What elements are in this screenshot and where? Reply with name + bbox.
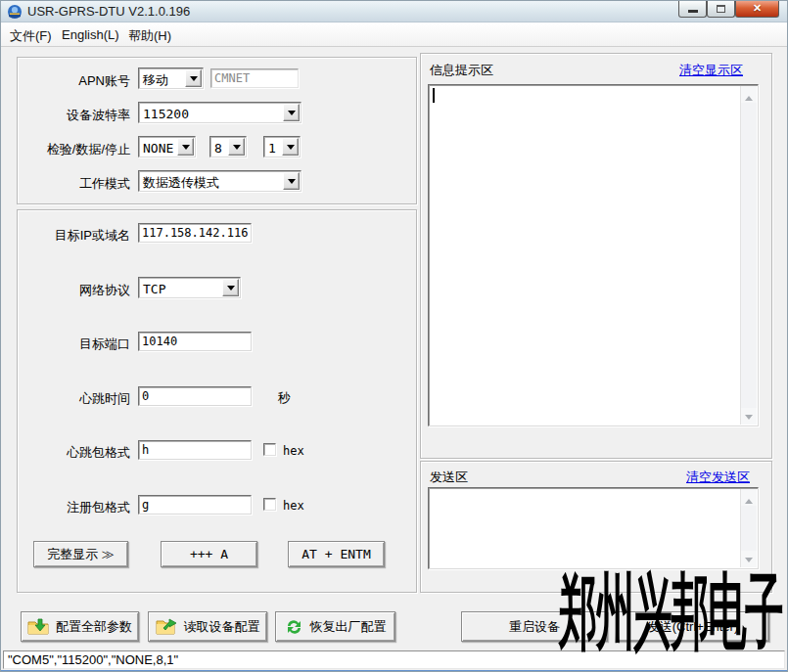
stopbits-select-drop-button[interactable] <box>282 138 299 156</box>
menu-bar: 文件(F) English(L) 帮助(H) <box>1 22 787 47</box>
apn-select-value: 移动 <box>143 71 168 89</box>
parity-select[interactable]: NONE <box>138 136 196 157</box>
stopbits-select[interactable]: 1 <box>263 136 301 157</box>
target-port-label: 目标端口 <box>21 336 130 353</box>
workmode-select[interactable]: 数据透传模式 <box>138 170 301 192</box>
chevron-down-icon <box>233 145 241 154</box>
maximize-icon <box>717 5 725 13</box>
databits-select-value: 8 <box>214 141 222 156</box>
databits-select[interactable]: 8 <box>209 136 247 157</box>
watermark-text: 郑州兴邦电子 <box>559 570 782 652</box>
send-scrollbar[interactable] <box>740 489 757 567</box>
scroll-down-button[interactable] <box>741 408 757 425</box>
text-caret <box>433 88 435 103</box>
read-device-config-label: 读取设备配置 <box>184 618 260 636</box>
window-controls: ✕ <box>678 1 779 18</box>
minimize-button[interactable] <box>678 1 707 18</box>
apn-value-input[interactable] <box>210 68 299 88</box>
minimize-icon <box>688 10 698 13</box>
databits-select-drop-button[interactable] <box>228 138 245 156</box>
baud-select-value: 115200 <box>143 107 189 121</box>
menu-help[interactable]: 帮助(H) <box>124 26 175 46</box>
scroll-up-button[interactable] <box>741 489 757 506</box>
app-window: USR-GPRS-DTU V2.1.0.196 ✕ 文件(F) English(… <box>0 0 788 672</box>
heartbeat-time-input[interactable] <box>138 386 252 406</box>
workmode-label: 工作模式 <box>21 175 130 193</box>
baud-label: 设备波特率 <box>21 107 130 124</box>
window-title: USR-GPRS-DTU V2.1.0.196 <box>27 4 190 19</box>
clear-info-link[interactable]: 清空显示区 <box>679 62 743 79</box>
scroll-up-icon <box>745 495 753 504</box>
workmode-select-value: 数据透传模式 <box>143 174 219 192</box>
parity-label: 检验/数据/停止 <box>21 141 130 158</box>
title-bar: USR-GPRS-DTU V2.1.0.196 ✕ <box>1 1 787 22</box>
scroll-up-button[interactable] <box>741 86 757 103</box>
clear-send-link[interactable]: 清空发送区 <box>686 469 750 486</box>
heartbeat-hex-label: hex <box>283 444 304 458</box>
configure-all-params-button[interactable]: 配置全部参数 <box>21 611 139 642</box>
parity-select-drop-button[interactable] <box>177 138 194 156</box>
heartbeat-time-unit: 秒 <box>278 389 291 407</box>
apn-select[interactable]: 移动 <box>138 67 204 89</box>
maximize-button[interactable] <box>707 1 735 18</box>
factory-reset-button[interactable]: 恢复出厂配置 <box>275 611 395 642</box>
close-button[interactable]: ✕ <box>735 1 779 18</box>
protocol-select-drop-button[interactable] <box>222 279 239 296</box>
apn-select-drop-button[interactable] <box>185 69 202 87</box>
menu-english[interactable]: English(L) <box>58 26 123 43</box>
stopbits-select-value: 1 <box>268 141 276 156</box>
heartbeat-time-label: 心跳时间 <box>21 390 130 408</box>
heartbeat-packet-label: 心跳包格式 <box>21 444 130 462</box>
app-icon <box>7 4 23 20</box>
parity-select-value: NONE <box>143 141 173 156</box>
baud-select-drop-button[interactable] <box>283 104 300 121</box>
target-ip-label: 目标IP或域名 <box>21 227 130 245</box>
register-hex-checkbox[interactable] <box>263 498 276 511</box>
chevron-down-icon <box>287 145 295 154</box>
apn-label: APN账号 <box>21 72 130 90</box>
plus-plus-plus-a-button[interactable]: +++ A <box>161 541 257 567</box>
read-device-config-button[interactable]: 读取设备配置 <box>148 611 267 642</box>
chevron-down-icon <box>288 111 296 119</box>
target-port-input[interactable] <box>138 332 252 351</box>
folder-down-arrow-icon <box>27 618 49 636</box>
menu-file[interactable]: 文件(F) <box>6 26 56 46</box>
info-area-label: 信息提示区 <box>430 62 493 79</box>
factory-reset-label: 恢复出厂配置 <box>310 618 387 636</box>
send-area-label: 发送区 <box>430 469 468 486</box>
protocol-select[interactable]: TCP <box>138 277 241 298</box>
chevron-down-icon <box>190 76 198 85</box>
info-scrollbar[interactable] <box>740 86 757 425</box>
heartbeat-hex-checkbox[interactable] <box>263 443 276 456</box>
register-packet-input[interactable] <box>138 495 252 515</box>
folder-out-arrow-icon <box>156 618 177 636</box>
heartbeat-packet-input[interactable] <box>138 440 252 460</box>
configure-all-params-label: 配置全部参数 <box>56 618 132 636</box>
register-packet-label: 注册包格式 <box>21 499 130 516</box>
protocol-label: 网络协议 <box>21 282 130 299</box>
at-entm-button[interactable]: AT + ENTM <box>288 541 385 567</box>
target-ip-input[interactable] <box>138 223 252 243</box>
protocol-select-value: TCP <box>143 282 165 296</box>
full-display-button[interactable]: 完整显示 ≫ <box>33 541 128 567</box>
scroll-down-icon <box>745 415 753 424</box>
chevron-down-icon <box>182 145 190 154</box>
recycle-arrows-icon <box>285 618 303 636</box>
register-hex-label: hex <box>283 499 304 513</box>
chevron-down-icon <box>288 179 296 188</box>
workmode-select-drop-button[interactable] <box>283 172 300 190</box>
close-icon: ✕ <box>736 2 778 15</box>
scroll-up-icon <box>745 92 753 101</box>
info-display-textarea[interactable] <box>428 84 759 426</box>
send-textarea[interactable] <box>428 487 759 569</box>
baud-select[interactable]: 115200 <box>138 102 301 123</box>
chevron-down-icon <box>227 286 235 294</box>
